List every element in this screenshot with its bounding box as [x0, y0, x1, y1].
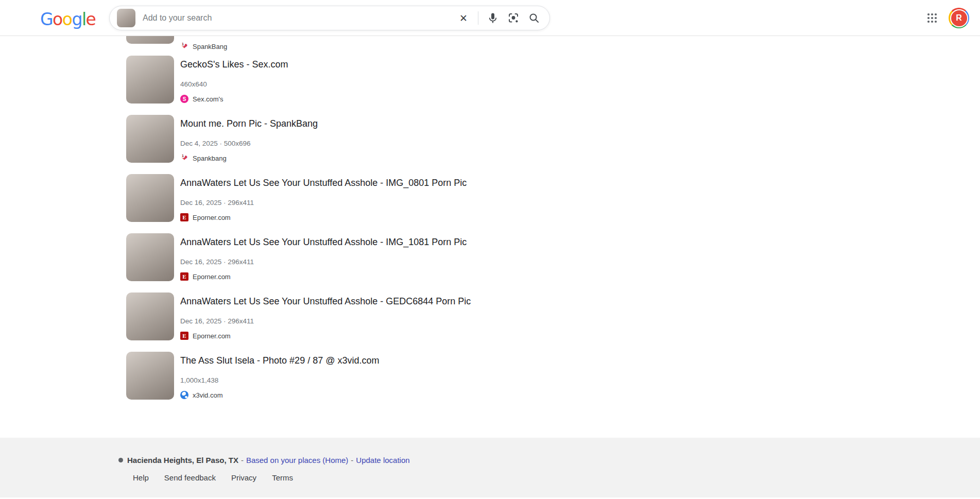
close-icon: ✕	[459, 13, 468, 23]
location-dot-icon	[118, 458, 123, 462]
result-thumbnail[interactable]	[126, 292, 174, 340]
voice-search-button[interactable]	[483, 8, 503, 28]
favicon-spankbang-heart-icon: ❤1	[180, 154, 188, 162]
logo-letter: l	[82, 9, 86, 29]
result-meta: Dec 16, 2025 · 296x411	[180, 257, 467, 266]
result-title-link[interactable]: AnnaWaters Let Us See Your Unstuffed Ass…	[180, 236, 467, 248]
search-bar[interactable]: ✕	[109, 6, 550, 30]
separator: -	[351, 456, 353, 464]
clear-search-button[interactable]: ✕	[453, 8, 474, 28]
result-source: EEporner.com	[180, 213, 467, 221]
result-source-label[interactable]: Eporner.com	[193, 214, 231, 221]
result-source: EEporner.com	[180, 332, 471, 340]
result-row: AnnaWaters Let Us See Your Unstuffed Ass…	[126, 233, 980, 281]
search-icon	[528, 12, 540, 24]
result-source-label[interactable]: Spankbang	[193, 154, 227, 162]
result-source: EEporner.com	[180, 272, 467, 281]
result-title-link[interactable]: The Ass Slut Isela - Photo #29 / 87 @ x3…	[180, 355, 379, 366]
result-row: Mount me. Porn Pic - SpankBang Dec 4, 20…	[126, 115, 980, 163]
result-row: GeckoS's Likes - Sex.com 460x640 SSex.co…	[126, 56, 980, 104]
location-name: Hacienda Heights, El Paso, TX	[127, 456, 238, 464]
page-footer: Hacienda Heights, El Paso, TX - Based on…	[0, 438, 980, 497]
search-results-list: ❤1SpankBang GeckoS's Likes - Sex.com 460…	[0, 36, 980, 400]
update-location-link[interactable]: Update location	[356, 456, 409, 464]
result-thumbnail[interactable]	[126, 36, 174, 44]
header-right-controls: R	[922, 8, 969, 28]
based-on-places-link[interactable]: Based on your places (Home)	[246, 456, 348, 464]
footer-link-terms[interactable]: Terms	[272, 473, 293, 482]
result-row: AnnaWaters Let Us See Your Unstuffed Ass…	[126, 292, 980, 340]
result-title-link[interactable]: AnnaWaters Let Us See Your Unstuffed Ass…	[180, 296, 471, 307]
logo-letter: e	[86, 9, 96, 29]
search-bar-divider	[478, 11, 478, 25]
location-row: Hacienda Heights, El Paso, TX - Based on…	[118, 456, 980, 464]
result-source-label[interactable]: Eporner.com	[193, 332, 231, 340]
result-source: ❤1SpankBang	[180, 42, 227, 50]
result-row-partial: ❤1SpankBang	[126, 36, 980, 44]
logo-letter: o	[53, 9, 62, 29]
microphone-icon	[487, 12, 499, 24]
separator: -	[241, 456, 244, 464]
result-source-label[interactable]: Eporner.com	[193, 273, 231, 281]
result-source: SSex.com's	[180, 95, 288, 103]
result-source: ❤1Spankbang	[180, 154, 318, 162]
avatar-letter: R	[951, 10, 967, 26]
google-apps-button[interactable]	[922, 8, 942, 28]
logo-letter: G	[40, 9, 53, 29]
result-title-link[interactable]: Mount me. Porn Pic - SpankBang	[180, 118, 318, 129]
favicon-spankbang-heart-icon: ❤1	[180, 42, 188, 50]
result-thumbnail[interactable]	[126, 352, 174, 400]
apps-grid-icon	[926, 12, 938, 24]
result-source-label[interactable]: Sex.com's	[193, 95, 223, 103]
result-meta: 460x640	[180, 80, 288, 89]
result-title-link[interactable]: AnnaWaters Let Us See Your Unstuffed Ass…	[180, 177, 467, 188]
search-input[interactable]	[135, 13, 453, 23]
favicon-eporner-icon: E	[180, 213, 188, 221]
footer-link-privacy[interactable]: Privacy	[231, 473, 256, 482]
account-avatar[interactable]: R	[949, 8, 969, 28]
result-meta: Dec 16, 2025 · 296x411	[180, 317, 471, 325]
result-meta: 1,000x1,438	[180, 376, 379, 385]
query-image-thumbnail[interactable]	[117, 9, 135, 27]
favicon-sexcom-icon: S	[180, 95, 188, 103]
google-logo[interactable]: Google	[40, 9, 95, 29]
google-lens-icon	[507, 12, 520, 24]
search-submit-button[interactable]	[524, 8, 544, 28]
lens-search-button[interactable]	[503, 8, 524, 28]
result-source-label[interactable]: SpankBang	[193, 43, 227, 50]
favicon-eporner-icon: E	[180, 272, 188, 281]
footer-link-help[interactable]: Help	[133, 473, 149, 482]
top-app-bar: Google ✕	[0, 0, 980, 36]
result-thumbnail[interactable]	[126, 56, 174, 104]
footer-link-send-feedback[interactable]: Send feedback	[164, 473, 216, 482]
result-title-link[interactable]: GeckoS's Likes - Sex.com	[180, 59, 288, 70]
result-source-label[interactable]: x3vid.com	[193, 391, 223, 399]
result-source: x3vid.com	[180, 391, 379, 399]
result-meta: Dec 4, 2025 · 500x696	[180, 139, 318, 148]
logo-letter: o	[62, 9, 72, 29]
result-meta: Dec 16, 2025 · 296x411	[180, 198, 467, 207]
result-row: The Ass Slut Isela - Photo #29 / 87 @ x3…	[126, 352, 980, 400]
result-thumbnail[interactable]	[126, 115, 174, 163]
result-thumbnail[interactable]	[126, 233, 174, 281]
result-row: AnnaWaters Let Us See Your Unstuffed Ass…	[126, 174, 980, 222]
result-thumbnail[interactable]	[126, 174, 174, 222]
favicon-eporner-icon: E	[180, 332, 188, 340]
favicon-x3vid-globe-icon	[180, 391, 188, 399]
footer-links: HelpSend feedbackPrivacyTerms	[133, 473, 980, 482]
logo-letter: g	[72, 9, 81, 29]
